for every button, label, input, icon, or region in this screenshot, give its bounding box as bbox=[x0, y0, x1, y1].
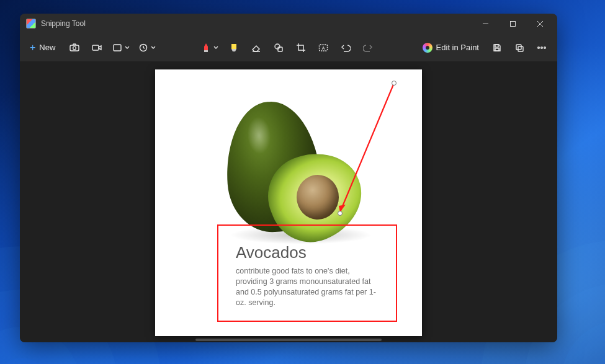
svg-point-23 bbox=[541, 47, 543, 48]
annotation-arrow[interactable] bbox=[155, 69, 422, 336]
chevron-down-icon bbox=[125, 43, 130, 52]
toolbar: + New bbox=[20, 33, 557, 62]
maximize-button[interactable] bbox=[499, 14, 526, 33]
svg-line-25 bbox=[340, 83, 394, 212]
close-button[interactable] bbox=[526, 14, 553, 33]
svg-rect-21 bbox=[518, 47, 523, 51]
chevron-down-icon bbox=[213, 43, 218, 52]
save-button[interactable] bbox=[486, 37, 508, 58]
chevron-down-icon bbox=[151, 43, 156, 52]
more-button[interactable] bbox=[531, 37, 552, 58]
record-mode-button[interactable] bbox=[86, 37, 107, 58]
copy-button[interactable] bbox=[509, 37, 530, 58]
svg-rect-19 bbox=[495, 48, 499, 51]
minimize-button[interactable] bbox=[472, 14, 499, 33]
svg-rect-15 bbox=[278, 47, 282, 51]
app-icon bbox=[26, 19, 36, 29]
svg-rect-7 bbox=[114, 45, 121, 51]
svg-rect-12 bbox=[231, 44, 236, 49]
paint-icon bbox=[423, 43, 432, 53]
snip-shape-dropdown[interactable] bbox=[109, 37, 133, 58]
svg-rect-18 bbox=[495, 45, 498, 47]
delay-dropdown[interactable] bbox=[135, 37, 159, 58]
svg-point-22 bbox=[538, 47, 540, 48]
shapes-tool-button[interactable] bbox=[268, 37, 289, 58]
svg-point-24 bbox=[544, 47, 546, 48]
snip-image[interactable]: Avocados contribute good fats to one's d… bbox=[155, 69, 422, 336]
svg-rect-6 bbox=[92, 45, 99, 50]
annotation-handle-start[interactable] bbox=[392, 81, 397, 86]
text-actions-button[interactable]: A bbox=[313, 37, 334, 58]
highlighter-tool-button[interactable] bbox=[223, 37, 244, 58]
horizontal-scrollbar[interactable] bbox=[195, 339, 382, 341]
eraser-tool-button[interactable] bbox=[246, 37, 267, 58]
canvas-area[interactable]: Avocados contribute good fats to one's d… bbox=[20, 62, 557, 342]
annotation-handle-end[interactable] bbox=[338, 211, 343, 216]
svg-point-5 bbox=[73, 47, 76, 50]
snip-mode-camera-button[interactable] bbox=[64, 37, 85, 58]
svg-rect-4 bbox=[70, 45, 79, 51]
crop-tool-button[interactable] bbox=[290, 37, 311, 58]
svg-rect-11 bbox=[204, 50, 208, 52]
svg-line-10 bbox=[143, 48, 145, 48]
svg-rect-20 bbox=[516, 45, 521, 50]
undo-button[interactable] bbox=[335, 37, 356, 58]
edit-in-paint-label: Edit in Paint bbox=[436, 43, 479, 52]
edit-in-paint-button[interactable]: Edit in Paint bbox=[416, 37, 485, 58]
plus-icon: + bbox=[30, 43, 35, 53]
svg-point-14 bbox=[275, 44, 280, 49]
svg-text:A: A bbox=[322, 46, 325, 50]
pen-tool-button[interactable] bbox=[197, 37, 222, 58]
title-bar: Snipping Tool bbox=[20, 14, 557, 33]
window-title: Snipping Tool bbox=[41, 19, 86, 28]
new-snip-button[interactable]: + New bbox=[25, 37, 63, 58]
redo-button[interactable] bbox=[357, 37, 379, 58]
new-label: New bbox=[39, 43, 55, 52]
svg-rect-1 bbox=[510, 21, 515, 26]
snipping-tool-window: Snipping Tool + New bbox=[20, 14, 557, 342]
